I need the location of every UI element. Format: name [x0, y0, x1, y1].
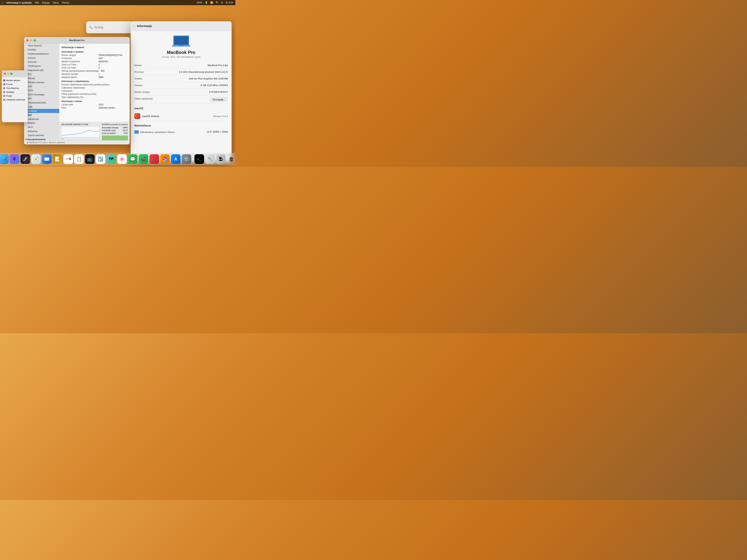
search-icon[interactable]: 🔍	[216, 1, 218, 4]
monitor-item-poczta[interactable]: Poczta	[3, 82, 26, 86]
menu-okno[interactable]: Okno	[53, 1, 58, 4]
info-window-header: ‹ Informacje	[131, 21, 232, 31]
dock-facetime[interactable]: 📹	[139, 154, 148, 164]
dock-safari[interactable]: 🧭	[31, 154, 41, 164]
sidebar-pci[interactable]: PCI	[24, 72, 59, 76]
sysinfo-titlebar: MacBook Pro	[24, 37, 130, 44]
macos-name: macOS Ventura	[142, 115, 159, 117]
dock-books[interactable]: 📚	[160, 154, 170, 164]
sysinfo-sidebar: Fibre Channel FireWire Grafika/wyświetla…	[24, 44, 59, 144]
sidebar-sata[interactable]: SATA	[24, 88, 59, 92]
sidebar-scsi[interactable]: SCSI równoległe	[24, 92, 59, 97]
menu-apple[interactable]: 	[2, 1, 3, 4]
dock-freeform[interactable]: 📋	[74, 154, 84, 164]
monitor-label-poczta: Poczta	[6, 83, 12, 85]
dock-notes[interactable]: 📝	[53, 154, 62, 164]
dock-terminal[interactable]: >_	[195, 154, 204, 164]
monitor-item-aktywn[interactable]: Monitor aktywn...	[3, 79, 26, 82]
battery-time-row: Czas na baterii: 0:02	[102, 132, 128, 134]
val-pcb-lot: 0	[99, 66, 100, 69]
dock-launchpad[interactable]: 🚀	[21, 154, 30, 164]
monitor-item-ustawienia[interactable]: Ustawienia systemowe	[3, 98, 26, 102]
sidebar-woluminy[interactable]: Woluminy	[24, 129, 59, 133]
monitor-item-timemachine[interactable]: Time Machine	[3, 86, 26, 90]
sidebar-wwan[interactable]: WWAN	[24, 121, 59, 125]
maximize-button[interactable]	[34, 39, 36, 42]
value-grafika: Intel Iris Plus Graphics 640 1536 MB	[189, 77, 228, 80]
sidebar-zapora[interactable]: Zapora sieciowa	[24, 133, 59, 137]
dock-photos[interactable]: 🌸	[117, 154, 127, 164]
dock-messages[interactable]: 💬	[128, 154, 138, 164]
spotlight-input[interactable]	[94, 26, 131, 29]
dock-trash[interactable]: 🗑	[227, 154, 235, 164]
sidebar-spi[interactable]: SPI	[24, 97, 59, 101]
monitor-dot-finder	[3, 95, 5, 97]
sidebar-zasilanie[interactable]: Zasilanie	[24, 109, 59, 113]
sidebar-thunderbolt[interactable]: Thunderbolt/USB4	[24, 101, 59, 105]
mail-dot	[47, 164, 47, 165]
sidebar-firewire[interactable]: FireWire	[24, 48, 59, 52]
dock-archiveutility[interactable]: 🗜	[216, 154, 226, 164]
sidebar-kontroler[interactable]: Kontroler	[24, 60, 59, 64]
monitor-dot-ustawienia	[3, 99, 5, 101]
dock-maps[interactable]: 🗺	[106, 154, 116, 164]
key-status: Stan:	[61, 106, 99, 109]
sidebar-fibre-channel[interactable]: Fibre Channel	[24, 44, 59, 48]
display-name: Wbudowany wyświetlacz Retina	[140, 131, 175, 134]
dock-appstore[interactable]: A	[171, 154, 181, 164]
menubar-right: 100% 🔋 📶 🔍 ⊟ Śr. 6.03	[197, 1, 233, 4]
sidebar-nvme[interactable]: NVMExpress	[24, 64, 59, 68]
dock-finder[interactable]	[0, 154, 9, 164]
minimize-button[interactable]	[30, 39, 32, 42]
sidebar-usb[interactable]: USB	[24, 105, 59, 109]
dock-sysinfo-app[interactable]: 🔧	[205, 154, 215, 164]
facetime-icon: 📹	[141, 157, 146, 162]
content-charge-pct: Stan naładowania (%):	[61, 96, 127, 99]
menu-app-title[interactable]: Informacje o systemie	[6, 1, 32, 4]
monitor-item-finder[interactable]: Finder	[3, 94, 26, 98]
chart-x-end: –	[99, 138, 100, 140]
sidebar-pamiec-masowa[interactable]: Pamięć masowa	[24, 80, 59, 84]
svg-point-6	[3, 157, 5, 159]
sidebar-siec[interactable]: ▾ Sieć	[24, 113, 59, 117]
ventura-icon: 🍎	[134, 113, 140, 119]
control-center-icon[interactable]: ⊟	[221, 1, 223, 4]
sidebar-wifi[interactable]: Wi-Fi	[24, 125, 59, 129]
monitor-dot-poczta	[3, 83, 5, 85]
dock-siri[interactable]: 🎙	[10, 154, 20, 164]
dock-systemprefs[interactable]: ⚙️	[182, 154, 191, 164]
monitor-item-spotlight[interactable]: Spotlight	[3, 90, 26, 94]
label-procesor: Procesor	[134, 71, 144, 73]
device-icon-container	[134, 35, 228, 48]
menu-plik[interactable]: Plik	[35, 1, 39, 4]
dock-mail[interactable]: ✉️	[42, 154, 52, 164]
sidebar-grafika[interactable]: Grafika/wyświetlacze	[24, 52, 59, 56]
menu-pomoc[interactable]: Pomoc	[62, 1, 69, 4]
monitor-close[interactable]	[4, 73, 6, 75]
dock: 🎙 🚀 🧭 ✉️ 📝 MAR 6 📋 📺 ☑️ 🗺 🌸 💬 📹 🎵 📚	[0, 153, 235, 165]
menu-edycja[interactable]: Edycja	[42, 1, 49, 4]
dock-calendar[interactable]: MAR 6	[63, 154, 73, 164]
info-window-title: Informacje	[137, 24, 152, 28]
monitor-maximize[interactable]	[10, 73, 12, 75]
books-icon: 📚	[162, 157, 168, 162]
breadcrumb: 🖥 MacBook Pro (Liki) ▸ Sprzęt ▸ Zasilani…	[59, 140, 130, 144]
sidebar-pamiec[interactable]: Pamięć	[24, 76, 59, 80]
battery-indicator: 100%	[197, 1, 202, 4]
sidebar-kamera[interactable]: Kamera	[24, 56, 59, 60]
info-row-grafika: Grafika Intel Iris Plus Graphics 640 153…	[134, 75, 228, 82]
monitor-minimize[interactable]	[7, 73, 9, 75]
terminal-icon: >_	[197, 157, 201, 161]
sidebar-lokalizacje[interactable]: Lokalizacje	[24, 117, 59, 121]
dock-appletv[interactable]: 📺	[85, 154, 95, 164]
sidebar-sas[interactable]: SAS	[24, 84, 59, 88]
dock-music[interactable]: 🎵	[150, 154, 159, 164]
key-fully-charged: Całkowicie naładowana:	[61, 86, 99, 89]
value-nazwa: MacBook Pro (Liki)	[207, 64, 228, 67]
sidebar-nagrywanie[interactable]: Nagrywanie płyt	[24, 68, 59, 72]
key-hw-rev: Wydanie sprzętu:	[61, 73, 99, 75]
dock-reminders[interactable]: ☑️	[96, 154, 105, 164]
back-button[interactable]: ‹	[134, 24, 135, 28]
warranty-button[interactable]: Szczegóły...	[210, 97, 228, 102]
close-button[interactable]	[26, 39, 28, 42]
